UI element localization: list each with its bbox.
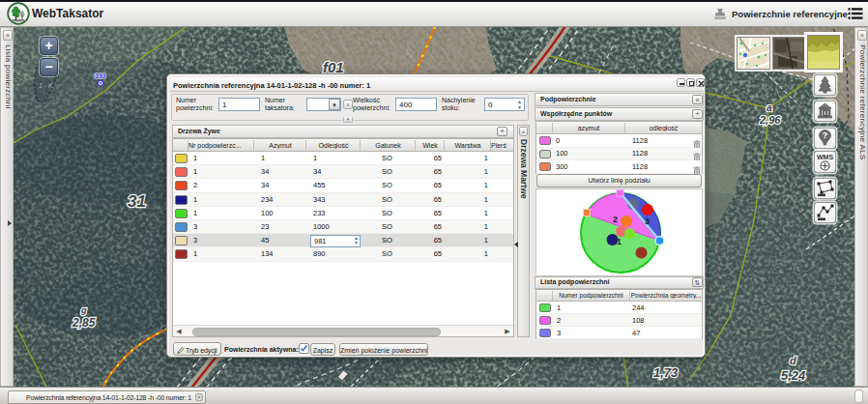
svg-text:g: g [80, 305, 87, 315]
svg-text:2,96: 2,96 [759, 114, 781, 126]
svg-text:1 - K: 1 - K [39, 82, 53, 89]
svg-text:34 m: 34 m [43, 374, 62, 384]
svg-text:2,85: 2,85 [72, 316, 96, 330]
svg-text:393: 393 [95, 72, 106, 79]
svg-text:2: 2 [613, 215, 618, 224]
svg-text:3: 3 [645, 216, 650, 226]
svg-text:a: a [767, 102, 772, 113]
svg-text:WMS: WMS [817, 154, 833, 160]
svg-text:1: 1 [617, 237, 622, 246]
svg-text:1,73: 1,73 [653, 365, 679, 380]
svg-text:31: 31 [128, 192, 146, 211]
svg-text:d: d [790, 355, 796, 366]
svg-text:?: ? [823, 130, 828, 140]
svg-text:5,24: 5,24 [781, 368, 806, 383]
